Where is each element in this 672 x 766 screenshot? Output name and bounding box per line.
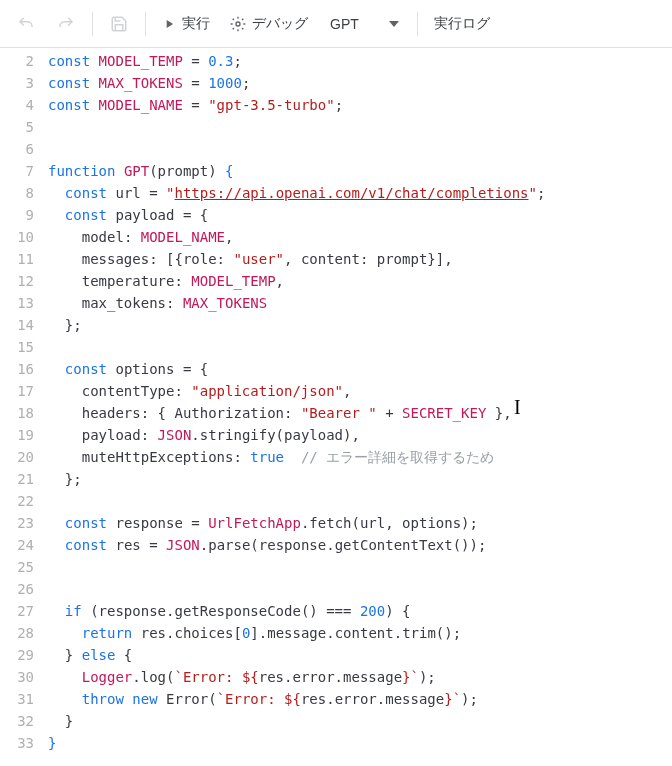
toolbar: 実行 デバッグ GPT 実行ログ [0,0,672,48]
execution-log-label: 実行ログ [434,15,490,33]
line-number: 20 [0,446,34,468]
line-number: 9 [0,204,34,226]
line-number: 32 [0,710,34,732]
run-button[interactable]: 実行 [154,6,218,42]
line-number-gutter: 2345678910111213141516171819202122232425… [0,50,48,754]
line-number: 24 [0,534,34,556]
line-number: 15 [0,336,34,358]
line-number: 2 [0,50,34,72]
line-number: 8 [0,182,34,204]
divider [92,12,93,36]
line-number: 18 [0,402,34,424]
line-number: 30 [0,666,34,688]
line-number: 28 [0,622,34,644]
line-number: 6 [0,138,34,160]
debug-icon [230,16,246,32]
text-cursor-icon: I [514,396,521,418]
line-number: 13 [0,292,34,314]
line-number: 31 [0,688,34,710]
function-select[interactable]: GPT [320,6,409,42]
play-icon [162,17,176,31]
line-number: 5 [0,116,34,138]
redo-button[interactable] [48,6,84,42]
run-label: 実行 [182,15,210,33]
function-select-value: GPT [330,16,359,32]
line-number: 26 [0,578,34,600]
line-number: 12 [0,270,34,292]
save-icon [110,15,128,33]
line-number: 33 [0,732,34,754]
debug-button[interactable]: デバッグ [222,6,316,42]
undo-icon [17,15,35,33]
line-number: 7 [0,160,34,182]
code-area[interactable]: I const MODEL_TEMP = 0.3; const MAX_TOKE… [48,50,672,754]
line-number: 27 [0,600,34,622]
line-number: 10 [0,226,34,248]
line-number: 3 [0,72,34,94]
line-number: 19 [0,424,34,446]
execution-log-button[interactable]: 実行ログ [426,6,498,42]
line-number: 29 [0,644,34,666]
line-number: 23 [0,512,34,534]
redo-icon [57,15,75,33]
save-button[interactable] [101,6,137,42]
chevron-down-icon [389,21,399,27]
undo-button[interactable] [8,6,44,42]
line-number: 4 [0,94,34,116]
line-number: 16 [0,358,34,380]
line-number: 11 [0,248,34,270]
line-number: 25 [0,556,34,578]
line-number: 17 [0,380,34,402]
line-number: 14 [0,314,34,336]
svg-point-0 [236,22,240,26]
debug-label: デバッグ [252,15,308,33]
divider [145,12,146,36]
line-number: 21 [0,468,34,490]
code-editor[interactable]: 2345678910111213141516171819202122232425… [0,48,672,754]
line-number: 22 [0,490,34,512]
divider [417,12,418,36]
